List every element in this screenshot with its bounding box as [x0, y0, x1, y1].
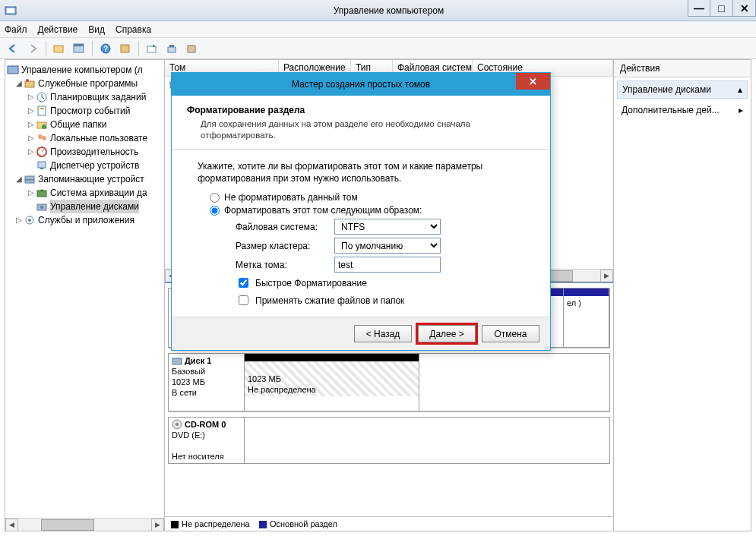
- svg-point-29: [40, 206, 43, 209]
- cdrom-row: CD-ROM 0 DVD (E:) Нет носителя: [168, 417, 610, 464]
- tool-icon-7[interactable]: [183, 40, 200, 57]
- svg-rect-34: [172, 358, 182, 364]
- cancel-button[interactable]: Отмена: [482, 325, 539, 342]
- collapse-icon: ▴: [738, 84, 742, 95]
- main-titlebar: Управление компьютером — □ ✕: [0, 0, 756, 21]
- tree-task-scheduler[interactable]: ▷ Планировщик заданий: [5, 90, 164, 104]
- tool-icon-2[interactable]: [71, 40, 87, 57]
- actions-section[interactable]: Управление дисками ▴: [617, 80, 748, 99]
- expand-icon[interactable]: ▷: [27, 118, 36, 131]
- legend: Не распределена Основной раздел: [165, 516, 613, 531]
- label-filesystem: Файловая система:: [236, 222, 334, 232]
- close-button[interactable]: ✕: [733, 0, 756, 17]
- svg-rect-10: [169, 45, 174, 47]
- svg-rect-7: [121, 45, 129, 52]
- back-button[interactable]: [5, 40, 21, 57]
- svg-rect-4: [74, 44, 84, 46]
- menu-action[interactable]: Действие: [38, 24, 78, 35]
- tree-shared-folders[interactable]: ▷ Общие папки: [5, 118, 164, 131]
- tree-system-tools[interactable]: ◢ Служебные программы: [5, 77, 164, 90]
- chevron-right-icon: ▸: [739, 105, 743, 115]
- expand-icon[interactable]: ▷: [14, 213, 24, 227]
- tree-services[interactable]: ▷ Службы и приложения: [5, 213, 164, 227]
- svg-point-21: [42, 136, 46, 140]
- tool-icon-6[interactable]: [163, 40, 180, 57]
- svg-rect-1: [7, 8, 14, 13]
- tree-root[interactable]: Управление компьютером (л: [5, 63, 164, 77]
- svg-rect-17: [40, 108, 44, 109]
- tree-backup[interactable]: ▷ Система архивации да: [5, 186, 164, 200]
- disk1-row: Диск 1 Базовый 1023 МБ В сети 1023 МБ Не…: [168, 353, 610, 412]
- select-cluster[interactable]: По умолчанию: [334, 238, 441, 254]
- back-button[interactable]: < Назад: [354, 325, 412, 342]
- checkbox-quick-format[interactable]: Быстрое Форматирование: [236, 276, 535, 290]
- collapse-icon[interactable]: ◢: [14, 172, 24, 186]
- actions-more[interactable]: Дополнительные дей... ▸: [614, 102, 751, 118]
- wizard-titlebar[interactable]: Мастер создания простых томов ✕: [172, 73, 550, 96]
- next-button[interactable]: Далее >: [418, 325, 476, 342]
- expand-icon[interactable]: ▷: [27, 145, 36, 159]
- svg-rect-8: [147, 46, 156, 52]
- menubar: Файл Действие Вид Справка: [0, 21, 756, 38]
- expand-icon[interactable]: ▷: [27, 104, 36, 118]
- svg-rect-13: [25, 81, 34, 87]
- tree-pane: Управление компьютером (л ◢ Служебные пр…: [5, 60, 165, 531]
- radio-no-format[interactable]: Не форматировать данный том: [210, 192, 535, 203]
- tree-device-manager[interactable]: Диспетчер устройств: [5, 159, 164, 172]
- app-icon: [5, 5, 17, 17]
- wizard-dialog: Мастер создания простых томов ✕ Форматир…: [171, 72, 551, 351]
- svg-rect-23: [38, 162, 46, 168]
- menu-help[interactable]: Справка: [115, 24, 151, 35]
- svg-point-36: [176, 423, 179, 426]
- svg-rect-2: [54, 46, 63, 52]
- menu-view[interactable]: Вид: [88, 24, 105, 35]
- select-filesystem[interactable]: NTFS: [334, 219, 441, 235]
- checkbox-compress[interactable]: Применять сжатие файлов и папок: [236, 293, 535, 307]
- svg-point-31: [28, 219, 31, 222]
- tree-performance[interactable]: ▷ Производительность: [5, 145, 164, 159]
- actions-pane: Действия Управление дисками ▴ Дополнител…: [614, 60, 751, 531]
- svg-rect-11: [188, 46, 195, 52]
- window-title: Управление компьютером: [21, 5, 756, 16]
- wizard-close-button[interactable]: ✕: [516, 73, 550, 90]
- svg-rect-24: [40, 168, 43, 169]
- radio-format[interactable]: Форматировать этот том следующим образом…: [210, 205, 535, 216]
- tree-local-users[interactable]: ▷ Локальные пользовате: [5, 131, 164, 145]
- menu-file[interactable]: Файл: [5, 24, 27, 35]
- svg-rect-25: [25, 176, 34, 180]
- expand-icon[interactable]: ▷: [27, 186, 36, 200]
- disk1-info: Диск 1 Базовый 1023 МБ В сети: [168, 353, 244, 411]
- disk1-unallocated[interactable]: 1023 МБ Не распределена: [245, 354, 419, 411]
- forward-button[interactable]: [24, 40, 41, 57]
- expand-icon[interactable]: ▷: [27, 90, 36, 104]
- tree-event-viewer[interactable]: ▷ Просмотр событий: [5, 104, 164, 118]
- maximize-button[interactable]: □: [710, 0, 733, 17]
- svg-point-19: [42, 125, 46, 129]
- toolbar: ?: [0, 38, 756, 59]
- tool-icon-1[interactable]: [51, 40, 68, 57]
- tree-disk-management[interactable]: Управление дисками: [5, 200, 164, 213]
- tool-icon-4[interactable]: [117, 40, 134, 57]
- collapse-icon[interactable]: ◢: [14, 77, 24, 90]
- actions-header: Действия: [614, 60, 751, 77]
- label-volume-label: Метка тома:: [236, 260, 334, 270]
- svg-point-14: [26, 79, 29, 82]
- minimize-button[interactable]: —: [688, 0, 710, 17]
- cdrom-info: CD-ROM 0 DVD (E:) Нет носителя: [168, 417, 244, 464]
- wizard-instruction: Укажите, хотите ли вы форматировать этот…: [198, 160, 535, 184]
- expand-icon[interactable]: ▷: [27, 131, 36, 145]
- svg-rect-27: [37, 191, 46, 197]
- svg-rect-12: [8, 66, 18, 74]
- wizard-title: Мастер создания простых томов: [172, 79, 550, 90]
- svg-text:?: ?: [103, 45, 108, 53]
- svg-rect-16: [38, 106, 46, 115]
- tool-icon-5[interactable]: [144, 40, 160, 57]
- wizard-heading: Форматирование раздела: [187, 105, 535, 115]
- svg-rect-9: [168, 47, 176, 52]
- tree-storage[interactable]: ◢ Запоминающие устройст: [5, 172, 164, 186]
- tree-hscrollbar[interactable]: ◀ ▶: [5, 518, 164, 531]
- wizard-subheading: Для сохранения данных на этом разделе ег…: [201, 118, 535, 141]
- input-volume-label[interactable]: [334, 257, 441, 273]
- wizard-button-row: < Назад Далее > Отмена: [172, 317, 550, 350]
- help-icon[interactable]: ?: [97, 40, 114, 57]
